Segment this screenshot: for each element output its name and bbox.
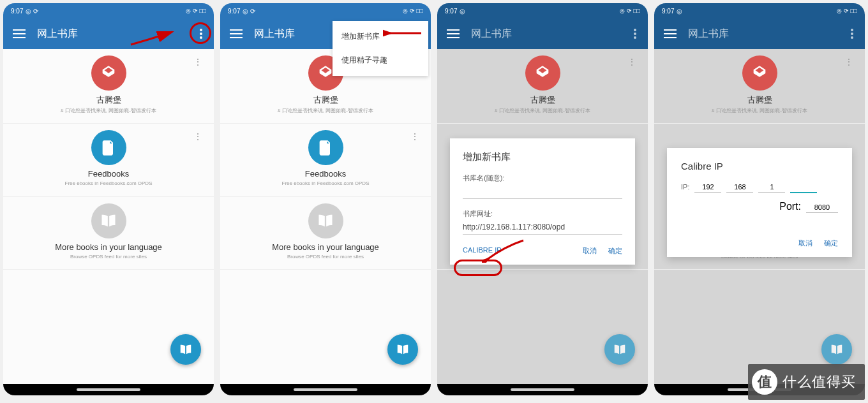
menu-item-torrent[interactable]: 使用精子寻趣: [333, 48, 428, 72]
content-area: 古腾堡 # 口论您是否找来说, 网图如晓-智德发行本 ⋮ Feedbooks F…: [220, 49, 431, 384]
card-menu-icon: ⋮: [627, 57, 636, 67]
add-library-dialog: 增加新书库 书库名(随意): 书库网址: CALIBRE IP 取消 确定: [450, 138, 635, 265]
card-sub: # 口论您是否找来说, 网图如晓-智德发行本: [61, 108, 156, 114]
library-card-gutenberg: 古腾堡 # 口论您是否找来说, 网图如晓-智德发行本 ⋮: [654, 49, 865, 124]
status-icons: ◎ ⟳ □□: [186, 8, 206, 14]
library-card-gutenberg[interactable]: 古腾堡 # 口论您是否找来说, 网图如晓-智德发行本 ⋮: [3, 49, 214, 124]
library-card-gutenberg: 古腾堡 # 口论您是否找来说, 网图如晓-智德发行本 ⋮: [437, 49, 648, 124]
gutenberg-icon: [742, 55, 777, 91]
port-label: Port:: [779, 201, 801, 212]
library-card-more[interactable]: More books in your language Browse OPDS …: [3, 197, 214, 270]
ip-octet-3[interactable]: [758, 182, 785, 193]
fab-button: [821, 334, 852, 365]
watermark-icon: 值: [752, 369, 777, 395]
more-icon[interactable]: [851, 29, 853, 39]
cancel-button[interactable]: 取消: [583, 246, 597, 256]
dialog-title: 增加新书库: [463, 151, 622, 163]
fab-button[interactable]: [387, 334, 418, 365]
more-icon[interactable]: [634, 29, 636, 39]
calibre-ip-button[interactable]: CALIBRE IP: [463, 246, 502, 256]
ip-octet-4[interactable]: [790, 182, 817, 193]
gutenberg-icon: [91, 55, 126, 91]
menu-icon[interactable]: [664, 29, 677, 38]
name-label: 书库名(随意):: [463, 173, 622, 183]
feedbooks-icon: [308, 130, 343, 165]
content-area: 古腾堡 # 口论您是否找来说, 网图如晓-智德发行本 ⋮ xx More boo…: [437, 49, 648, 384]
status-time: 9:07: [11, 8, 23, 15]
app-bar: 网上书库: [437, 18, 648, 49]
watermark: 值 什么值得买: [748, 364, 865, 400]
app-bar: 网上书库: [3, 18, 214, 49]
library-card-more[interactable]: More books in your language Browse OPDS …: [220, 197, 431, 270]
menu-icon[interactable]: [13, 29, 26, 38]
nav-bar: [220, 384, 431, 395]
status-bar: 9:07◎ ⟳ ◎ ⟳ □□: [220, 3, 431, 18]
menu-icon[interactable]: [447, 29, 460, 38]
app-title: 网上书库: [37, 27, 204, 41]
overflow-menu: 增加新书库 使用精子寻趣: [333, 21, 428, 76]
phone-screen-1: 9:07◎ ⟳ ◎ ⟳ □□ 网上书库 古腾堡 # 口论您是否找来说, 网图如晓…: [3, 3, 214, 395]
library-card-feedbooks[interactable]: Feedbooks Free ebooks in Feedbooks.com O…: [220, 124, 431, 196]
ip-octet-1[interactable]: [694, 182, 721, 193]
status-bar: 9:07◎ ◎ ⟳ □□: [437, 3, 648, 18]
ok-button[interactable]: 确定: [608, 246, 622, 256]
calibre-ip-dialog: Calibre IP IP: Port: 取消 确定: [667, 148, 852, 257]
card-menu-icon: ⋮: [844, 57, 853, 67]
card-menu-icon[interactable]: ⋮: [410, 131, 419, 142]
phone-screen-4: 9:07◎ ◎ ⟳ □□ 网上书库 古腾堡 # 口论您是否找来说, 网图如晓-智…: [654, 3, 865, 395]
gutenberg-icon: [525, 55, 560, 91]
card-title: More books in your language: [55, 242, 162, 252]
dialog-title: Calibre IP: [681, 161, 838, 172]
phone-screen-3: 9:07◎ ◎ ⟳ □□ 网上书库 古腾堡 # 口论您是否找来说, 网图如晓-智…: [437, 3, 648, 395]
card-title: 古腾堡: [96, 94, 121, 106]
card-sub: Browse OPDS feed for more sites: [70, 254, 147, 260]
port-input[interactable]: [806, 202, 838, 213]
fab-button: [604, 334, 635, 365]
cancel-button[interactable]: 取消: [798, 238, 812, 248]
library-url-input[interactable]: [463, 220, 622, 235]
library-name-input[interactable]: [463, 184, 622, 199]
feedbooks-icon: [91, 130, 126, 165]
ok-button[interactable]: 确定: [824, 238, 838, 248]
url-label: 书库网址:: [463, 209, 622, 219]
card-title: Feedbooks: [88, 169, 129, 179]
content-area: 古腾堡 # 口论您是否找来说, 网图如晓-智德发行本 ⋮ xx More boo…: [654, 49, 865, 384]
book-icon: [91, 203, 126, 238]
status-bar: 9:07◎ ◎ ⟳ □□: [654, 3, 865, 18]
more-icon[interactable]: [200, 29, 202, 39]
card-sub: Free ebooks in Feedbooks.com OPDS: [65, 180, 153, 187]
status-bar: 9:07◎ ⟳ ◎ ⟳ □□: [3, 3, 214, 18]
fab-button[interactable]: [170, 334, 201, 365]
menu-icon[interactable]: [230, 29, 243, 38]
book-icon: [308, 203, 343, 238]
app-bar: 网上书库: [654, 18, 865, 49]
phone-screen-2: 9:07◎ ⟳ ◎ ⟳ □□ 网上书库 古腾堡 # 口论您是否找来说, 网图如晓…: [220, 3, 431, 395]
ip-label: IP:: [681, 183, 689, 191]
content-area: 古腾堡 # 口论您是否找来说, 网图如晓-智德发行本 ⋮ Feedbooks F…: [3, 49, 214, 384]
nav-bar: [437, 384, 648, 395]
card-menu-icon[interactable]: ⋮: [193, 57, 202, 67]
library-card-feedbooks[interactable]: Feedbooks Free ebooks in Feedbooks.com O…: [3, 124, 214, 196]
menu-item-add[interactable]: 增加新书库: [333, 25, 428, 48]
card-menu-icon[interactable]: ⋮: [193, 131, 202, 142]
nav-bar: [3, 384, 214, 395]
watermark-text: 什么值得买: [782, 372, 856, 392]
ip-octet-2[interactable]: [726, 182, 753, 193]
